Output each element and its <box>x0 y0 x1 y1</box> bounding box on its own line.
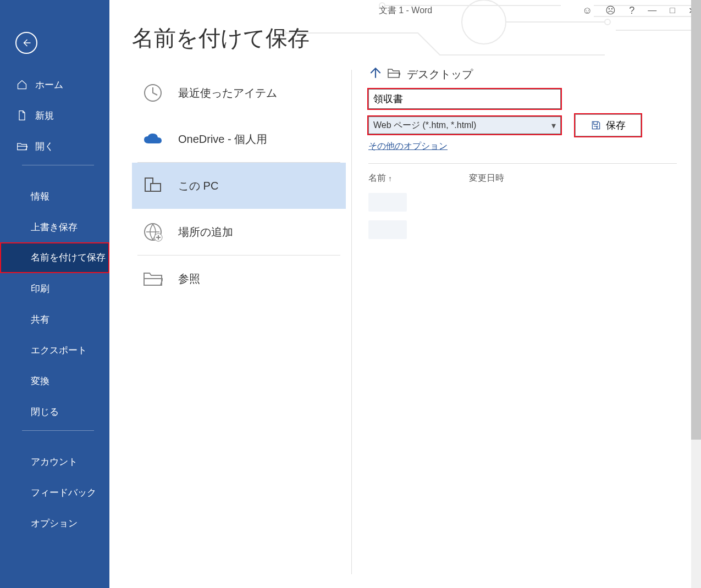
sidebar-item-account[interactable]: アカウント <box>0 446 109 477</box>
sidebar-label: オプション <box>31 517 78 530</box>
sidebar-label: 共有 <box>31 313 49 326</box>
location-this-pc[interactable]: この PC <box>132 163 346 209</box>
sidebar-item-feedback[interactable]: フィードバック <box>0 477 109 508</box>
file-list-headers: 名前 ↑ 変更日時 <box>368 173 677 184</box>
current-path[interactable]: デスクトップ <box>407 67 473 82</box>
filetype-value: Web ページ (*.htm, *.html) <box>373 120 476 131</box>
folder-icon <box>387 68 400 81</box>
sidebar-label: 名前を付けて保存 <box>31 252 106 263</box>
detail-separator <box>368 163 677 164</box>
sidebar-label: 印刷 <box>31 282 49 295</box>
location-label: OneDrive - 個人用 <box>178 132 267 147</box>
browse-folder-icon <box>140 265 166 292</box>
thispc-icon <box>140 173 166 199</box>
sidebar-item-info[interactable]: 情報 <box>0 181 109 212</box>
sidebar-item-print[interactable]: 印刷 <box>0 273 109 304</box>
sidebar-label: 開く <box>35 140 54 153</box>
list-item <box>368 193 407 212</box>
location-browse[interactable]: 参照 <box>132 256 346 302</box>
sidebar-item-close[interactable]: 閉じる <box>0 396 109 427</box>
sidebar-label: アカウント <box>31 456 78 468</box>
sidebar-item-save-as[interactable]: 名前を付けて保存 <box>0 242 109 273</box>
column-name[interactable]: 名前 ↑ <box>368 173 392 184</box>
svg-rect-6 <box>151 184 161 191</box>
sidebar-separator <box>22 165 94 165</box>
location-recent[interactable]: 最近使ったアイテム <box>132 70 346 116</box>
sidebar-label: エクスポート <box>31 344 87 357</box>
sidebar-label: 情報 <box>31 190 49 203</box>
location-label: 場所の追加 <box>178 225 233 240</box>
save-button-label: 保存 <box>606 119 626 132</box>
sidebar-item-home[interactable]: ホーム <box>0 69 109 100</box>
sidebar-label: フィードバック <box>31 486 96 499</box>
location-label: 参照 <box>178 271 200 286</box>
backstage-sidebar: ホーム 新規 開く 情報 上書き保存 名前を付けて保存 印刷 共有 エクスポート… <box>0 0 109 588</box>
newdoc-icon <box>15 109 29 122</box>
filetype-dropdown[interactable]: Web ページ (*.htm, *.html) <box>368 117 561 134</box>
sidebar-label: 閉じる <box>31 406 59 418</box>
save-button[interactable]: 保存 <box>575 114 641 136</box>
sidebar-item-share[interactable]: 共有 <box>0 304 109 335</box>
location-label: この PC <box>178 179 218 193</box>
sidebar-item-transform[interactable]: 変換 <box>0 365 109 396</box>
save-locations-list: 最近使ったアイテム OneDrive - 個人用 この PC 場所の追加 参照 <box>132 70 352 574</box>
sidebar-item-save[interactable]: 上書き保存 <box>0 212 109 242</box>
scrollbar-thumb[interactable] <box>691 0 701 440</box>
onedrive-icon <box>140 126 166 152</box>
more-options-link[interactable]: その他のオプション <box>368 141 448 152</box>
up-folder-button[interactable] <box>368 66 383 82</box>
home-icon <box>15 78 29 91</box>
sidebar-item-export[interactable]: エクスポート <box>0 335 109 365</box>
add-place-icon <box>140 219 166 245</box>
page-title: 名前を付けて保存 <box>132 23 701 53</box>
sidebar-item-new[interactable]: 新規 <box>0 100 109 131</box>
folder-open-icon <box>15 140 29 153</box>
sidebar-label: 新規 <box>35 109 54 122</box>
sidebar-label: ホーム <box>35 79 63 91</box>
filename-input[interactable] <box>368 89 561 109</box>
list-item <box>368 220 407 239</box>
sidebar-separator <box>22 430 94 431</box>
location-label: 最近使ったアイテム <box>178 86 277 101</box>
column-modified[interactable]: 変更日時 <box>469 173 504 184</box>
location-add-place[interactable]: 場所の追加 <box>132 209 346 255</box>
sidebar-label: 上書き保存 <box>31 221 78 234</box>
back-button[interactable] <box>15 32 37 54</box>
sidebar-item-options[interactable]: オプション <box>0 508 109 539</box>
vertical-scrollbar[interactable] <box>691 0 701 588</box>
sort-asc-icon: ↑ <box>388 174 392 183</box>
clock-icon <box>140 80 166 106</box>
location-onedrive[interactable]: OneDrive - 個人用 <box>132 116 346 162</box>
sidebar-item-open[interactable]: 開く <box>0 131 109 162</box>
save-detail-pane: デスクトップ Web ページ (*.htm, *.html) 保存 その他のオプ… <box>368 66 677 239</box>
sidebar-label: 変換 <box>31 375 49 387</box>
